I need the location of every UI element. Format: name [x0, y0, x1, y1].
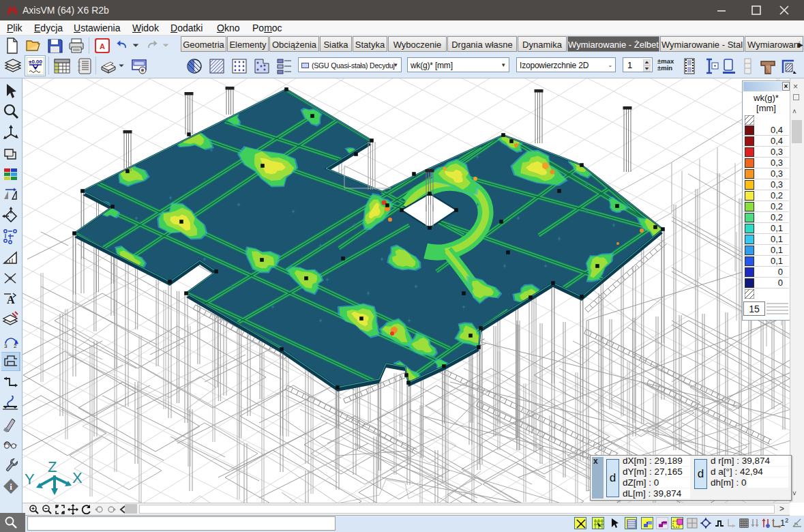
- svg-text:Y: Y: [25, 471, 35, 488]
- svg-text:A: A: [100, 42, 105, 50]
- svg-text:i: i: [10, 482, 12, 492]
- svg-text:X: X: [72, 469, 83, 486]
- svg-text:±0.00: ±0.00: [29, 59, 43, 65]
- svg-text:A: A: [7, 294, 15, 306]
- svg-text:3: 3: [4, 343, 8, 349]
- svg-text:2: 2: [14, 343, 17, 349]
- svg-text:Z: Z: [48, 458, 57, 475]
